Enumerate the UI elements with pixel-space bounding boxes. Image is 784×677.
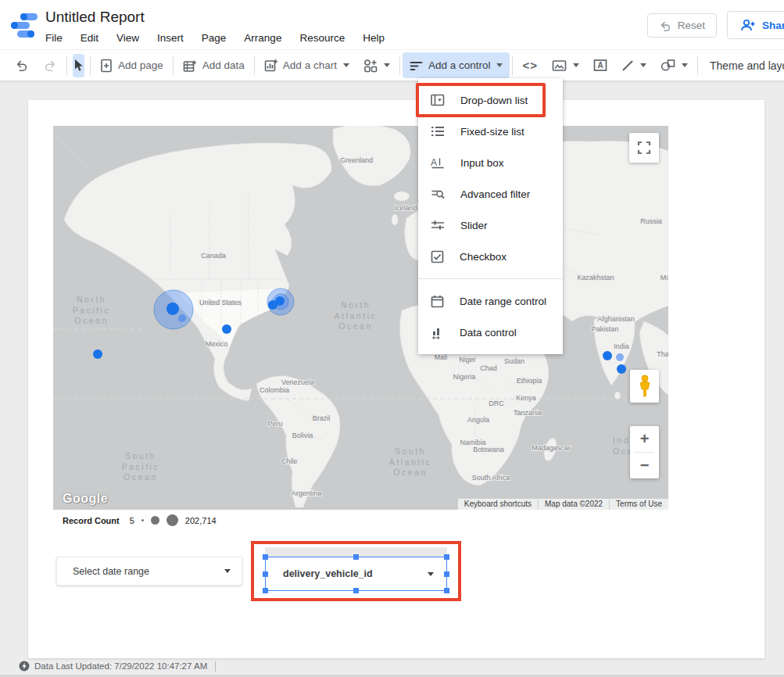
menu-divider (418, 278, 563, 279)
add-chart-button[interactable]: Add a chart (257, 50, 356, 81)
page-add-icon (100, 59, 113, 73)
insert-shape-button[interactable] (653, 50, 695, 81)
map-label-iceland: Iceland (394, 204, 417, 212)
map-label-nigeria: Nigeria (453, 373, 476, 381)
menu-item-label: Slider (460, 220, 488, 231)
google-maps-logo: Google (63, 492, 108, 506)
menu-item-checkbox[interactable]: Checkbox (418, 241, 563, 272)
chevron-down-icon (496, 63, 503, 67)
add-data-label: Add data (202, 59, 245, 71)
select-tool-button[interactable] (73, 54, 84, 77)
status-divider (215, 661, 216, 672)
redo-button[interactable] (36, 50, 64, 81)
chevron-down-icon (428, 572, 434, 576)
add-page-label: Add page (118, 59, 163, 71)
theme-layout-button[interactable]: Theme and layout (700, 50, 784, 81)
resize-handle-sw[interactable] (263, 588, 268, 593)
community-visualizations-button[interactable] (356, 50, 397, 81)
add-control-label: Add a control (428, 59, 491, 71)
menu-item-slider[interactable]: Slider (418, 210, 563, 241)
map-label-ethiopia: Ethiopia (517, 377, 542, 385)
reset-button[interactable]: Reset (647, 13, 717, 38)
legend-bubble-small (141, 519, 144, 521)
menu-page[interactable]: Page (202, 32, 227, 44)
report-page[interactable]: GreenlandIcelandCanadaUnited StatesMexic… (28, 100, 764, 658)
chevron-down-icon (224, 569, 231, 573)
report-title[interactable]: Untitled Report (45, 9, 145, 26)
attribution-1[interactable]: Map data ©2022 (538, 499, 609, 510)
map-label-pakistan: Pakistan (592, 325, 619, 333)
menu-item-input-box[interactable]: AInput box (418, 147, 563, 178)
map-label-argentina: Argentina (292, 489, 322, 497)
map-label-russia: Russia (640, 217, 662, 225)
resize-handle-nw[interactable] (263, 554, 268, 560)
map-bubble (222, 324, 231, 334)
dimension-dropdown-control[interactable]: delivery_vehicle_id (265, 557, 447, 591)
menu-item-date-range-control[interactable]: Date range control (418, 285, 563, 317)
attribution-0[interactable]: Keyboard shortcuts (458, 499, 538, 510)
chevron-down-icon (343, 63, 349, 67)
toolbar-divider (90, 56, 91, 75)
theme-layout-label: Theme and layout (710, 59, 784, 72)
pegman-control[interactable] (630, 370, 659, 403)
add-page-button[interactable]: Add page (93, 50, 170, 81)
data-control-icon (431, 326, 444, 339)
menu-file[interactable]: File (45, 32, 63, 44)
bubble-map-chart[interactable]: GreenlandIcelandCanadaUnited StatesMexic… (53, 126, 668, 510)
checkbox-icon (431, 250, 444, 263)
toolbar-divider (66, 56, 67, 75)
map-label-greenland: Greenland (340, 156, 373, 164)
add-control-button[interactable]: Add a control (403, 52, 510, 78)
menu-item-fixed-size-list[interactable]: Fixed-size list (418, 116, 563, 147)
chevron-down-icon (573, 63, 579, 67)
toolbar-divider (254, 56, 255, 75)
map-label-mexico: Mexico (206, 340, 228, 348)
date-range-label: Select date range (73, 566, 149, 577)
filter-icon (410, 60, 423, 71)
code-icon: <> (522, 59, 538, 72)
data-last-updated: Data Last Updated: 7/29/2022 10:47:27 AM (34, 661, 207, 671)
map-attribution: Keyboard shortcutsMap data ©2022Terms of… (458, 499, 668, 510)
resize-handle-e[interactable] (444, 571, 449, 577)
resize-handle-ne[interactable] (444, 554, 449, 560)
undo-button[interactable] (8, 50, 36, 81)
embed-url-button[interactable]: <> (515, 50, 545, 81)
menu-insert[interactable]: Insert (157, 32, 184, 44)
insert-line-button[interactable] (614, 50, 653, 81)
app-header: Untitled Report FileEditViewInsertPageAr… (0, 0, 784, 50)
resize-handle-se[interactable] (444, 588, 449, 593)
attribution-2[interactable]: Terms of Use (609, 499, 668, 510)
add-chart-label: Add a chart (283, 59, 337, 71)
ocean-label: Pacific (122, 462, 159, 471)
ocean-label: Ocean (74, 316, 108, 325)
advanced-filter-icon (431, 188, 445, 200)
insert-text-button[interactable]: A (586, 50, 614, 81)
ocean-label: North (77, 295, 106, 304)
menu-help[interactable]: Help (363, 32, 385, 44)
menu-item-advanced-filter[interactable]: Advanced filter (418, 178, 563, 210)
zoom-out-button[interactable]: − (630, 453, 659, 478)
resize-handle-w[interactable] (263, 571, 268, 577)
map-bubble (603, 351, 612, 360)
map-label-south-africa: South Africa (472, 474, 510, 482)
resize-handle-s[interactable] (353, 588, 359, 593)
menu-item-drop-down-list[interactable]: Drop-down list (418, 84, 563, 116)
menu-item-data-control[interactable]: Data control (418, 317, 563, 348)
cursor-icon (73, 59, 84, 72)
menu-resource[interactable]: Resource (299, 32, 345, 44)
map-fullscreen-button[interactable] (629, 133, 659, 163)
zoom-in-button[interactable]: + (630, 426, 659, 452)
insert-image-button[interactable] (545, 50, 586, 81)
ocean-label: South (125, 451, 156, 460)
add-data-button[interactable]: Add data (176, 50, 252, 81)
map-label-tha: Tha (657, 350, 668, 358)
date-range-control[interactable]: Select date range (56, 557, 242, 586)
menu-edit[interactable]: Edit (81, 32, 98, 44)
report-canvas: GreenlandIcelandCanadaUnited StatesMexic… (0, 81, 784, 677)
resize-handle-n[interactable] (353, 554, 359, 560)
menu-arrange[interactable]: Arrange (244, 32, 281, 44)
menu-view[interactable]: View (116, 32, 139, 44)
redo-icon (43, 59, 57, 72)
map-label-afghanistan: Afghanistan (597, 315, 635, 323)
share-button[interactable]: Share (727, 11, 784, 39)
